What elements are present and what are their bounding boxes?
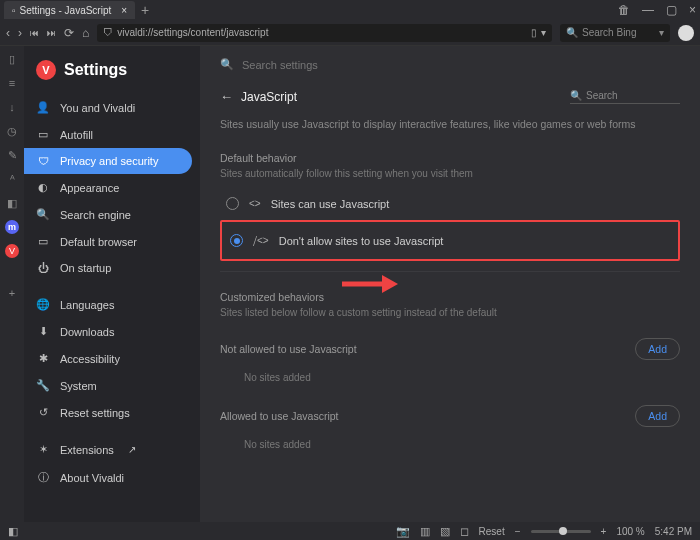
- browser-tab[interactable]: ▫ Settings - JavaScript ×: [4, 1, 135, 19]
- rewind-button[interactable]: ⏮: [30, 28, 39, 38]
- sidebar-item-on-startup[interactable]: ⏻On startup: [24, 255, 200, 281]
- sidebar-item-label: Privacy and security: [60, 155, 158, 167]
- reading-list-panel-icon[interactable]: ≡: [5, 76, 19, 90]
- download-icon: ⬇: [36, 325, 50, 338]
- vivaldi-panel-icon[interactable]: V: [5, 244, 19, 258]
- forward-button[interactable]: ›: [18, 26, 22, 40]
- mastodon-panel-icon[interactable]: m: [5, 220, 19, 234]
- startup-icon: ⏻: [36, 262, 50, 274]
- radio-icon-selected: [230, 234, 243, 247]
- add-not-allowed-button[interactable]: Add: [635, 338, 680, 360]
- search-icon: 🔍: [570, 90, 582, 101]
- no-sites-text: No sites added: [220, 364, 680, 389]
- notes-panel-icon[interactable]: ✎: [5, 148, 19, 162]
- history-panel-icon[interactable]: ◷: [5, 124, 19, 138]
- sidebar-item-default-browser[interactable]: ▭Default browser: [24, 228, 200, 255]
- fast-forward-button[interactable]: ⏭: [47, 28, 56, 38]
- system-icon: 🔧: [36, 379, 50, 392]
- window-panel-icon[interactable]: ◧: [5, 196, 19, 210]
- search-placeholder: Search Bing: [582, 27, 636, 38]
- search-settings-bar[interactable]: 🔍: [220, 54, 680, 85]
- sidebar-item-label: Downloads: [60, 326, 114, 338]
- close-window-icon[interactable]: ×: [689, 3, 696, 17]
- trash-icon[interactable]: 🗑: [618, 3, 630, 17]
- search-settings-input[interactable]: [242, 59, 442, 71]
- url-bar[interactable]: ⛉ vivaldi://settings/content/javascript …: [97, 24, 552, 42]
- tile-icon[interactable]: ▥: [420, 525, 430, 538]
- home-button[interactable]: ⌂: [82, 26, 89, 40]
- bookmark-icon[interactable]: ▯: [531, 27, 537, 38]
- reload-button[interactable]: ⟳: [64, 26, 74, 40]
- sidebar-item-you-and-vivaldi[interactable]: 👤You and Vivaldi: [24, 94, 200, 121]
- sidebar-item-appearance[interactable]: ◐Appearance: [24, 174, 200, 201]
- panel-strip: ▯ ≡ ↓ ◷ ✎ ᴬ ◧ m V +: [0, 46, 24, 522]
- back-button[interactable]: ‹: [6, 26, 10, 40]
- profile-avatar[interactable]: [678, 25, 694, 41]
- sidebar-item-label: Extensions: [60, 444, 114, 456]
- customized-behaviors-label: Customized behaviors: [220, 285, 680, 307]
- panel-toggle-icon[interactable]: ◧: [8, 525, 18, 538]
- minimize-icon[interactable]: —: [642, 3, 654, 17]
- add-panel-icon[interactable]: +: [5, 286, 19, 300]
- radio-block-js[interactable]: ⧸<> Don't allow sites to use Javascript: [224, 226, 676, 255]
- page-actions-icon[interactable]: ◻: [460, 525, 469, 538]
- sidebar-item-autofill[interactable]: ▭Autofill: [24, 121, 200, 148]
- person-icon: 👤: [36, 101, 50, 114]
- images-icon[interactable]: ▧: [440, 525, 450, 538]
- extensions-icon: ✶: [36, 443, 50, 456]
- reset-zoom-button[interactable]: Reset: [479, 526, 505, 537]
- sidebar-item-label: On startup: [60, 262, 111, 274]
- radio-label: Sites can use Javascript: [271, 198, 390, 210]
- allowed-label: Allowed to use Javascript: [220, 410, 635, 422]
- clock: 5:42 PM: [655, 526, 692, 537]
- radio-allow-js[interactable]: <> Sites can use Javascript: [220, 189, 680, 218]
- sidebar-item-accessibility[interactable]: ✱Accessibility: [24, 345, 200, 372]
- dropdown-icon[interactable]: ▾: [541, 27, 546, 38]
- radio-icon: [226, 197, 239, 210]
- zoom-in-button[interactable]: +: [601, 526, 607, 537]
- zoom-slider[interactable]: [531, 530, 591, 533]
- settings-content: 🔍 ← JavaScript 🔍Search Sites usually use…: [200, 46, 700, 522]
- back-arrow-button[interactable]: ←: [220, 89, 233, 104]
- status-bar: ◧ 📷 ▥ ▧ ◻ Reset − + 100 % 5:42 PM: [0, 522, 700, 540]
- search-engine-icon: 🔍: [566, 27, 578, 38]
- settings-sidebar: V Settings 👤You and Vivaldi ▭Autofill 🛡P…: [24, 46, 200, 522]
- settings-title: Settings: [64, 61, 127, 79]
- sidebar-item-label: Search engine: [60, 209, 131, 221]
- translate-panel-icon[interactable]: ᴬ: [5, 172, 19, 186]
- not-allowed-label: Not allowed to use Javascript: [220, 343, 635, 355]
- zoom-level: 100 %: [616, 526, 644, 537]
- intro-text: Sites usually use Javascript to display …: [220, 114, 680, 146]
- inline-search[interactable]: 🔍Search: [570, 90, 680, 104]
- default-browser-icon: ▭: [36, 235, 50, 248]
- search-dropdown-icon[interactable]: ▾: [659, 27, 664, 38]
- sidebar-item-system[interactable]: 🔧System: [24, 372, 200, 399]
- settings-header: V Settings: [24, 54, 200, 94]
- downloads-panel-icon[interactable]: ↓: [5, 100, 19, 114]
- sidebar-item-languages[interactable]: 🌐Languages: [24, 291, 200, 318]
- page-title: JavaScript: [241, 90, 297, 104]
- sidebar-item-search-engine[interactable]: 🔍Search engine: [24, 201, 200, 228]
- arrow-annotation: [340, 272, 400, 298]
- sidebar-item-downloads[interactable]: ⬇Downloads: [24, 318, 200, 345]
- sidebar-item-about[interactable]: ⓘAbout Vivaldi: [24, 463, 200, 492]
- search-icon: 🔍: [36, 208, 50, 221]
- camera-icon[interactable]: 📷: [396, 525, 410, 538]
- close-tab-icon[interactable]: ×: [121, 5, 127, 16]
- add-allowed-button[interactable]: Add: [635, 405, 680, 427]
- sidebar-item-reset[interactable]: ↺Reset settings: [24, 399, 200, 426]
- no-sites-text-2: No sites added: [220, 431, 680, 456]
- new-tab-button[interactable]: +: [141, 2, 149, 18]
- bookmarks-panel-icon[interactable]: ▯: [5, 52, 19, 66]
- vivaldi-logo: V: [36, 60, 56, 80]
- titlebar: ▫ Settings - JavaScript × + 🗑 — ▢ ×: [0, 0, 700, 20]
- appearance-icon: ◐: [36, 181, 50, 194]
- zoom-out-button[interactable]: −: [515, 526, 521, 537]
- sidebar-item-extensions[interactable]: ✶Extensions↗: [24, 436, 200, 463]
- sidebar-item-privacy-security[interactable]: 🛡Privacy and security: [24, 148, 192, 174]
- sidebar-item-label: Default browser: [60, 236, 137, 248]
- tab-title: Settings - JavaScript: [20, 5, 112, 16]
- search-field[interactable]: 🔍 Search Bing ▾: [560, 24, 670, 42]
- maximize-icon[interactable]: ▢: [666, 3, 677, 17]
- globe-icon: 🌐: [36, 298, 50, 311]
